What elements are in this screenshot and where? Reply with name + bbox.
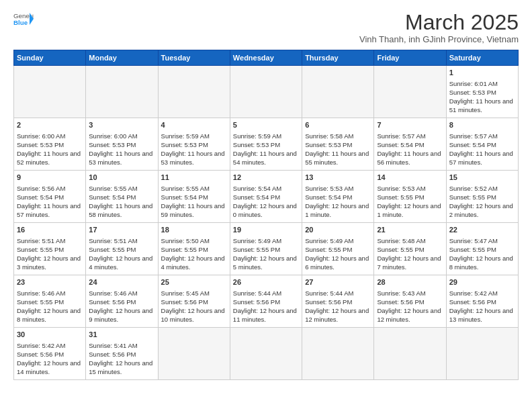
title-block: March 2025 Vinh Thanh, inh GJinh Provinc…: [359, 11, 519, 44]
day-number: 31: [89, 330, 154, 340]
day-number: 22: [449, 225, 515, 235]
day-info: Sunrise: 6:00 AM Sunset: 5:53 PM Dayligh…: [89, 132, 152, 167]
day-number: 8: [449, 120, 515, 130]
col-saturday: Saturday: [446, 50, 518, 66]
day-number: 30: [17, 330, 83, 340]
calendar-day-cell: 26Sunrise: 5:44 AM Sunset: 5:56 PM Dayli…: [230, 275, 302, 328]
day-number: 12: [233, 173, 299, 183]
day-number: 15: [449, 173, 515, 183]
col-monday: Monday: [86, 50, 158, 66]
calendar-day-cell: 29Sunrise: 5:42 AM Sunset: 5:56 PM Dayli…: [446, 275, 518, 328]
calendar-week-row: 30Sunrise: 5:42 AM Sunset: 5:56 PM Dayli…: [14, 328, 519, 380]
calendar-day-cell: 31Sunrise: 5:41 AM Sunset: 5:56 PM Dayli…: [86, 328, 158, 380]
day-info: Sunrise: 5:55 AM Sunset: 5:54 PM Dayligh…: [89, 185, 152, 219]
calendar-day-cell: 21Sunrise: 5:48 AM Sunset: 5:55 PM Dayli…: [374, 223, 446, 275]
calendar-day-cell: [158, 328, 230, 380]
day-info: Sunrise: 5:49 AM Sunset: 5:55 PM Dayligh…: [305, 237, 369, 271]
calendar-day-cell: 14Sunrise: 5:53 AM Sunset: 5:55 PM Dayli…: [374, 171, 446, 223]
calendar-day-cell: 9Sunrise: 5:56 AM Sunset: 5:54 PM Daylig…: [14, 171, 86, 223]
calendar-day-cell: [230, 328, 302, 380]
calendar-day-cell: 13Sunrise: 5:53 AM Sunset: 5:54 PM Dayli…: [302, 171, 374, 223]
calendar-day-cell: 22Sunrise: 5:47 AM Sunset: 5:55 PM Dayli…: [446, 223, 518, 275]
day-number: 7: [377, 120, 443, 130]
day-info: Sunrise: 5:41 AM Sunset: 5:56 PM Dayligh…: [89, 342, 152, 376]
calendar-day-cell: 8Sunrise: 5:57 AM Sunset: 5:54 PM Daylig…: [446, 118, 518, 171]
day-info: Sunrise: 5:44 AM Sunset: 5:56 PM Dayligh…: [305, 289, 369, 324]
day-number: 23: [17, 277, 83, 287]
calendar-day-cell: 27Sunrise: 5:44 AM Sunset: 5:56 PM Dayli…: [302, 275, 374, 328]
day-number: 21: [377, 225, 443, 235]
col-thursday: Thursday: [302, 50, 374, 66]
calendar-day-cell: 2Sunrise: 6:00 AM Sunset: 5:53 PM Daylig…: [14, 118, 86, 171]
day-info: Sunrise: 5:47 AM Sunset: 5:55 PM Dayligh…: [449, 237, 513, 271]
logo: General Blue: [13, 11, 34, 27]
day-info: Sunrise: 5:56 AM Sunset: 5:54 PM Dayligh…: [17, 185, 81, 219]
calendar-day-cell: [374, 66, 446, 118]
day-info: Sunrise: 5:45 AM Sunset: 5:56 PM Dayligh…: [161, 289, 225, 324]
day-number: 10: [89, 173, 154, 183]
calendar-day-cell: 23Sunrise: 5:46 AM Sunset: 5:55 PM Dayli…: [14, 275, 86, 328]
day-info: Sunrise: 5:42 AM Sunset: 5:56 PM Dayligh…: [449, 289, 513, 324]
day-number: 28: [377, 277, 443, 287]
calendar-day-cell: [302, 328, 374, 380]
calendar-day-cell: 25Sunrise: 5:45 AM Sunset: 5:56 PM Dayli…: [158, 275, 230, 328]
page: General Blue March 2025 Vinh Thanh, inh …: [0, 0, 532, 387]
calendar-day-cell: 15Sunrise: 5:52 AM Sunset: 5:55 PM Dayli…: [446, 171, 518, 223]
day-info: Sunrise: 5:58 AM Sunset: 5:53 PM Dayligh…: [305, 132, 369, 167]
calendar-day-cell: 17Sunrise: 5:51 AM Sunset: 5:55 PM Dayli…: [86, 223, 158, 275]
day-number: 6: [305, 120, 371, 130]
day-number: 29: [449, 277, 515, 287]
day-info: Sunrise: 5:48 AM Sunset: 5:55 PM Dayligh…: [377, 237, 441, 271]
calendar-week-row: 16Sunrise: 5:51 AM Sunset: 5:55 PM Dayli…: [14, 223, 519, 275]
calendar-day-cell: 12Sunrise: 5:54 AM Sunset: 5:54 PM Dayli…: [230, 171, 302, 223]
day-info: Sunrise: 5:46 AM Sunset: 5:56 PM Dayligh…: [89, 289, 152, 324]
day-info: Sunrise: 5:59 AM Sunset: 5:53 PM Dayligh…: [161, 132, 225, 167]
calendar-week-row: 1Sunrise: 6:01 AM Sunset: 5:53 PM Daylig…: [14, 66, 519, 118]
day-info: Sunrise: 5:50 AM Sunset: 5:55 PM Dayligh…: [161, 237, 225, 271]
day-info: Sunrise: 5:42 AM Sunset: 5:56 PM Dayligh…: [17, 342, 81, 376]
calendar-week-row: 23Sunrise: 5:46 AM Sunset: 5:55 PM Dayli…: [14, 275, 519, 328]
calendar-day-cell: 11Sunrise: 5:55 AM Sunset: 5:54 PM Dayli…: [158, 171, 230, 223]
day-info: Sunrise: 5:53 AM Sunset: 5:54 PM Dayligh…: [305, 185, 369, 219]
day-info: Sunrise: 5:51 AM Sunset: 5:55 PM Dayligh…: [89, 237, 152, 271]
day-info: Sunrise: 5:43 AM Sunset: 5:56 PM Dayligh…: [377, 289, 441, 324]
day-number: 18: [161, 225, 227, 235]
col-friday: Friday: [374, 50, 446, 66]
day-info: Sunrise: 5:51 AM Sunset: 5:55 PM Dayligh…: [17, 237, 81, 271]
calendar-day-cell: 28Sunrise: 5:43 AM Sunset: 5:56 PM Dayli…: [374, 275, 446, 328]
day-number: 13: [305, 173, 371, 183]
calendar-week-row: 2Sunrise: 6:00 AM Sunset: 5:53 PM Daylig…: [14, 118, 519, 171]
calendar-day-cell: [302, 66, 374, 118]
day-info: Sunrise: 5:49 AM Sunset: 5:55 PM Dayligh…: [233, 237, 297, 271]
day-number: 26: [233, 277, 299, 287]
day-info: Sunrise: 5:46 AM Sunset: 5:55 PM Dayligh…: [17, 289, 81, 324]
day-number: 20: [305, 225, 371, 235]
col-tuesday: Tuesday: [158, 50, 230, 66]
day-number: 4: [161, 120, 227, 130]
day-number: 1: [449, 68, 515, 78]
calendar-day-cell: [374, 328, 446, 380]
month-title: March 2025: [359, 11, 519, 34]
day-info: Sunrise: 6:01 AM Sunset: 5:53 PM Dayligh…: [449, 80, 513, 114]
day-number: 27: [305, 277, 371, 287]
calendar-day-cell: 16Sunrise: 5:51 AM Sunset: 5:55 PM Dayli…: [14, 223, 86, 275]
calendar-day-cell: 5Sunrise: 5:59 AM Sunset: 5:53 PM Daylig…: [230, 118, 302, 171]
col-wednesday: Wednesday: [230, 50, 302, 66]
day-info: Sunrise: 5:52 AM Sunset: 5:55 PM Dayligh…: [449, 185, 513, 219]
day-number: 17: [89, 225, 154, 235]
calendar-day-cell: 10Sunrise: 5:55 AM Sunset: 5:54 PM Dayli…: [86, 171, 158, 223]
calendar-day-cell: 3Sunrise: 6:00 AM Sunset: 5:53 PM Daylig…: [86, 118, 158, 171]
calendar-day-cell: [230, 66, 302, 118]
day-number: 9: [17, 173, 83, 183]
calendar-day-cell: [86, 66, 158, 118]
calendar: Sunday Monday Tuesday Wednesday Thursday…: [13, 50, 519, 380]
day-number: 16: [17, 225, 83, 235]
day-number: 5: [233, 120, 299, 130]
calendar-day-cell: 19Sunrise: 5:49 AM Sunset: 5:55 PM Dayli…: [230, 223, 302, 275]
day-info: Sunrise: 5:44 AM Sunset: 5:56 PM Dayligh…: [233, 289, 297, 324]
day-info: Sunrise: 5:53 AM Sunset: 5:55 PM Dayligh…: [377, 185, 441, 219]
calendar-day-cell: 20Sunrise: 5:49 AM Sunset: 5:55 PM Dayli…: [302, 223, 374, 275]
header: General Blue March 2025 Vinh Thanh, inh …: [13, 11, 519, 44]
day-number: 2: [17, 120, 83, 130]
day-number: 24: [89, 277, 154, 287]
